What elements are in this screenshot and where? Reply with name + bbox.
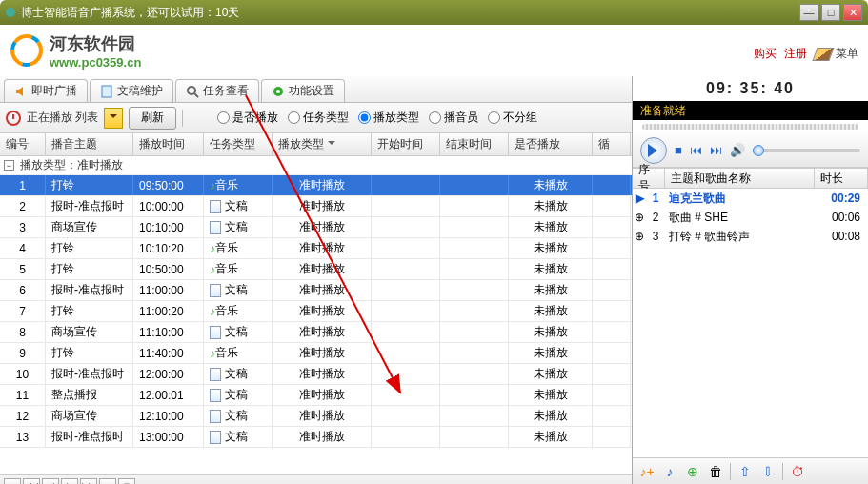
group-row[interactable]: −播放类型：准时播放: [0, 156, 632, 175]
table-row[interactable]: 9打铃11:40:00♪ 音乐准时播放未播放: [0, 343, 632, 364]
tab-bar: 即时广播 文稿维护 任务查看 功能设置: [0, 76, 632, 103]
playlist-row[interactable]: ⊕2歌曲 # SHE00:06: [633, 208, 868, 227]
volume-slider[interactable]: [753, 149, 860, 152]
table-row[interactable]: 7打铃11:00:20♪ 音乐准时播放未播放: [0, 301, 632, 322]
radio-1[interactable]: 任务类型: [288, 110, 349, 126]
col-starttime[interactable]: 开始时间: [372, 133, 440, 155]
clock-icon: [6, 111, 21, 126]
radio-3[interactable]: 播音员: [429, 110, 478, 126]
table-row[interactable]: 4打铃10:10:20♪ 音乐准时播放未播放: [0, 238, 632, 259]
table-row[interactable]: 11整点播报12:00:01文稿准时播放未播放: [0, 385, 632, 406]
clock-display: 09: 35: 40: [633, 76, 868, 101]
plcol-number[interactable]: 序号: [633, 169, 665, 188]
nav-prevpage-button[interactable]: ◀◀: [23, 478, 40, 485]
document-icon: [100, 85, 113, 98]
sort-indicator-icon: [328, 141, 335, 149]
grid-header: 编号 播音主题 播放时间 任务类型 播放类型 开始时间 结束时间 是否播放 循: [0, 133, 632, 156]
menu-button[interactable]: 菜单: [815, 46, 858, 62]
refresh-button[interactable]: 刷新: [129, 107, 176, 130]
now-playing-label: 正在播放 列表: [27, 110, 98, 126]
maximize-button[interactable]: □: [821, 4, 840, 21]
play-button[interactable]: [640, 137, 667, 164]
radio-0[interactable]: 是否播放: [217, 110, 278, 126]
stop-button[interactable]: ■: [675, 143, 682, 157]
delete-button[interactable]: 🗑: [707, 463, 724, 480]
col-tasktype[interactable]: 任务类型: [204, 133, 273, 155]
add-doc-button[interactable]: ♪: [661, 463, 678, 480]
nav-next-button[interactable]: ▶: [61, 478, 78, 485]
playlist-toolbar: ♪+ ♪ ⊕ 🗑 ⇧ ⇩ ⏱: [633, 457, 868, 484]
svg-rect-2: [102, 86, 111, 97]
site-logo-icon: [10, 33, 44, 68]
site-name: 河东软件园: [50, 32, 141, 55]
next-track-button[interactable]: ⏭: [710, 143, 722, 157]
col-repeat[interactable]: 循: [593, 133, 631, 155]
speaker-icon: [14, 85, 28, 98]
tab-instant-broadcast[interactable]: 即时广播: [4, 79, 88, 102]
table-row[interactable]: 5打铃10:50:00♪ 音乐准时播放未播放: [0, 259, 632, 280]
tab-settings[interactable]: 功能设置: [261, 79, 345, 102]
nav-prev-button[interactable]: ◀: [42, 478, 59, 485]
schedule-button[interactable]: ⏱: [789, 463, 806, 480]
plcol-duration[interactable]: 时长: [815, 169, 868, 188]
grid-navigator: ⏮ ◀◀ ◀ ▶ ▶▶ ⏭ ▼: [0, 474, 632, 484]
separator: [730, 463, 731, 480]
tab-document-maint[interactable]: 文稿维护: [90, 79, 173, 102]
table-row[interactable]: 10报时-准点报时12:00:00文稿准时播放未播放: [0, 364, 632, 385]
radio-2[interactable]: 播放类型: [358, 110, 419, 126]
playlist-body: ▶1迪克兰歌曲00:29⊕2歌曲 # SHE00:06⊕3打铃 # 歌曲铃声00…: [633, 189, 868, 457]
table-row[interactable]: 8商场宣传11:10:00文稿准时播放未播放: [0, 322, 632, 343]
buy-link[interactable]: 购买: [754, 46, 777, 62]
col-playtype[interactable]: 播放类型: [273, 133, 372, 155]
window-title: 博士智能语音广播系统，还可以试用：10天: [21, 5, 799, 21]
minimize-button[interactable]: —: [799, 4, 818, 21]
register-link[interactable]: 注册: [784, 46, 807, 62]
progress-bar[interactable]: [633, 120, 868, 133]
nav-first-button[interactable]: ⏮: [4, 478, 21, 485]
nav-last-button[interactable]: ⏭: [99, 478, 116, 485]
task-grid: 编号 播音主题 播放时间 任务类型 播放类型 开始时间 结束时间 是否播放 循 …: [0, 133, 632, 484]
move-up-button[interactable]: ⇧: [737, 463, 754, 480]
playlist-row[interactable]: ▶1迪克兰歌曲00:29: [633, 189, 868, 208]
table-row[interactable]: 6报时-准点报时11:00:00文稿准时播放未播放: [0, 280, 632, 301]
logo-bar: 河东软件园 www.pc0359.cn 购买 注册 菜单: [0, 25, 868, 76]
svg-point-3: [188, 87, 195, 94]
separator: [782, 463, 783, 480]
radio-4[interactable]: 不分组: [488, 110, 537, 126]
plcol-name[interactable]: 主题和歌曲名称: [665, 169, 815, 188]
player-controls: ■ ⏮ ⏭ 🔊: [633, 133, 868, 168]
table-row[interactable]: 1打铃09:50:00♪ 音乐准时播放未播放: [0, 175, 632, 196]
table-row[interactable]: 2报时-准点报时10:00:00文稿准时播放未播放: [0, 196, 632, 217]
nav-filter-button[interactable]: ▼: [118, 478, 135, 485]
search-icon: [186, 85, 199, 98]
list-dropdown-button[interactable]: [104, 108, 123, 129]
pencil-icon: [812, 48, 834, 61]
table-row[interactable]: 3商场宣传10:10:00文稿准时播放未播放: [0, 217, 632, 238]
add-item-button[interactable]: ⊕: [684, 463, 701, 480]
table-row[interactable]: 12商场宣传12:10:00文稿准时播放未播放: [0, 406, 632, 427]
collapse-icon[interactable]: −: [4, 160, 14, 171]
col-number[interactable]: 编号: [0, 133, 46, 155]
table-row[interactable]: 13报时-准点报时13:00:00文稿准时播放未播放: [0, 427, 632, 448]
svg-point-6: [276, 90, 280, 93]
col-endtime[interactable]: 结束时间: [440, 133, 509, 155]
separator: [182, 110, 183, 127]
volume-icon[interactable]: 🔊: [730, 143, 745, 157]
site-url: www.pc0359.cn: [50, 55, 141, 70]
add-music-button[interactable]: ♪+: [638, 463, 656, 480]
tab-task-view[interactable]: 任务查看: [175, 79, 259, 102]
col-playtime[interactable]: 播放时间: [133, 133, 204, 155]
nav-nextpage-button[interactable]: ▶▶: [80, 478, 97, 485]
player-status: 准备就绪: [633, 101, 868, 120]
playlist-row[interactable]: ⊕3打铃 # 歌曲铃声00:08: [633, 227, 868, 246]
toolbar: 正在播放 列表 刷新 是否播放任务类型播放类型播音员不分组: [0, 103, 632, 133]
svg-line-4: [194, 93, 198, 97]
app-icon: [6, 8, 15, 17]
playlist-header: 序号 主题和歌曲名称 时长: [633, 168, 868, 189]
col-isplay[interactable]: 是否播放: [509, 133, 593, 155]
prev-track-button[interactable]: ⏮: [690, 143, 702, 157]
col-topic[interactable]: 播音主题: [46, 133, 133, 155]
move-down-button[interactable]: ⇩: [759, 463, 777, 480]
close-button[interactable]: ✕: [843, 4, 862, 21]
gear-icon: [272, 85, 285, 98]
